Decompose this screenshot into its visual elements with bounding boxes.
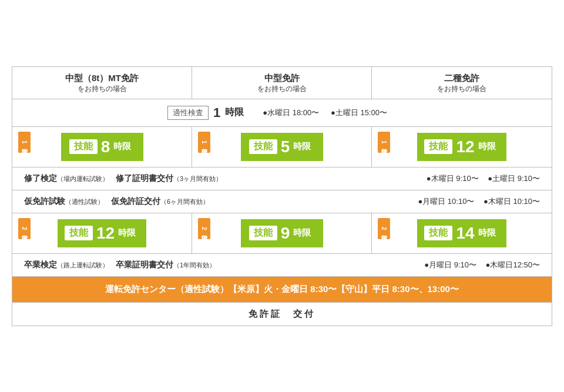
aptitude-hours: 1 — [213, 105, 220, 120]
graduation-schedule: ●月曜日 9:10〜 ●木曜日12:50〜 — [417, 260, 540, 270]
aptitude-badge: 適性検査 — [167, 106, 209, 120]
provisional-license-row: 仮免許試験（適性試験） 仮免許証交付（6ヶ月間有効） ●月曜日 10:10〜 ●… — [12, 190, 552, 213]
header-col1-main: 中型（8t）MT免許 — [65, 73, 139, 83]
stage2-badge-3: 2段階 — [378, 218, 390, 239]
stage1-hours-1: 8 — [101, 138, 110, 156]
license-center-row: 運転免許センター（適性試験）【米原】火・金曜日 8:30〜【守山】平日 8:30… — [12, 277, 552, 303]
stage1-unit-2: 時限 — [293, 141, 311, 152]
stage2-badge-1: 2段階 — [18, 218, 31, 239]
graduation-cert: 卒業証明書交付（1年間有効） — [116, 260, 216, 270]
stage1-label-1: 技能 — [69, 139, 98, 154]
stage1-unit-1: 時限 — [113, 141, 131, 152]
main-table: 中型（8t）MT免許 をお持ちの場合 中型免許 をお持ちの場合 二種免許 をお持… — [12, 66, 552, 326]
stage2-hours-3: 14 — [456, 224, 474, 243]
stage1-cell-1: 1段階 技能 8 時限 — [12, 127, 192, 167]
stage2-inner-3: 技能 14 時限 — [417, 219, 506, 247]
completion-schedule1: ●木曜日 9:10〜 — [427, 174, 479, 183]
final-text: 免許証 交付 — [249, 309, 315, 319]
aptitude-schedule: ●水曜日 18:00〜 ●土曜日 15:00〜 — [263, 108, 397, 118]
stage1-skill-row: 1段階 技能 8 時限 1段階 技能 5 時限 1段階 技能 12 時限 — [12, 127, 552, 167]
header-col1-sub: をお持ちの場合 — [17, 84, 187, 94]
stage2-unit-2: 時限 — [293, 227, 311, 239]
graduation-test-row: 卒業検定（路上運転試験） 卒業証明書交付（1年間有効） ●月曜日 9:10〜 ●… — [12, 254, 552, 277]
graduation-schedule1: ●月曜日 9:10〜 — [424, 260, 476, 269]
stage2-cell-1: 2段階 技能 12 時限 — [12, 213, 192, 253]
stage1-badge-2: 1段階 — [198, 132, 210, 153]
stage2-unit-1: 時限 — [118, 227, 136, 239]
provisional-schedule1: ●月曜日 10:10〜 — [418, 197, 474, 206]
stage2-label-1: 技能 — [65, 226, 93, 240]
license-center-text: 運転免許センター（適性試験）【米原】火・金曜日 8:30〜【守山】平日 8:30… — [105, 284, 459, 294]
aptitude-row: 適性検査 1 時限 ●水曜日 18:00〜 ●土曜日 15:00〜 — [12, 99, 552, 127]
stage2-hours-1: 12 — [96, 224, 115, 243]
stage1-cell-2: 1段階 技能 5 時限 — [192, 127, 372, 167]
completion-test-row: 修了検定（場内運転試験） 修了証明書交付（3ヶ月間有効） ●木曜日 9:10〜 … — [12, 167, 552, 190]
provisional-schedule: ●月曜日 10:10〜 ●木曜日 10:10〜 — [411, 196, 540, 207]
header-col3: 二種免許 をお持ちの場合 — [372, 67, 552, 99]
completion-test-main: 修了検定（場内運転試験） — [24, 173, 109, 184]
completion-schedule2: ●土曜日 9:10〜 — [488, 174, 540, 183]
aptitude-schedule1: ●水曜日 18:00〜 — [263, 108, 319, 117]
stage2-hours-2: 9 — [281, 224, 290, 243]
graduation-main: 卒業検定（路上運転試験） — [24, 260, 109, 270]
header-col2-sub: をお持ちの場合 — [197, 84, 367, 94]
stage2-badge-2: 2段階 — [198, 218, 210, 239]
final-row: 免許証 交付 — [12, 303, 552, 326]
provisional-schedule2: ●木曜日 10:10〜 — [484, 197, 540, 206]
stage1-inner-2: 技能 5 時限 — [241, 133, 323, 161]
stage1-label-2: 技能 — [249, 139, 277, 154]
stage1-unit-3: 時限 — [478, 141, 496, 152]
stage1-inner-1: 技能 8 時限 — [61, 133, 143, 161]
stage1-label-3: 技能 — [424, 139, 452, 154]
stage2-skill-row: 2段階 技能 12 時限 2段階 技能 9 時限 2段階 技能 14 時限 — [12, 213, 552, 254]
aptitude-unit: 時限 — [225, 106, 244, 119]
stage2-label-3: 技能 — [424, 226, 452, 240]
stage2-unit-3: 時限 — [478, 227, 496, 239]
header-row: 中型（8t）MT免許 をお持ちの場合 中型免許 をお持ちの場合 二種免許 をお持… — [12, 67, 552, 99]
header-col1: 中型（8t）MT免許 をお持ちの場合 — [12, 67, 192, 99]
stage2-cell-2: 2段階 技能 9 時限 — [192, 213, 372, 253]
stage1-cell-3: 1段階 技能 12 時限 — [372, 127, 552, 167]
graduation-schedule2: ●木曜日12:50〜 — [486, 260, 540, 269]
stage2-inner-1: 技能 12 時限 — [58, 219, 146, 247]
header-col3-sub: をお持ちの場合 — [377, 84, 547, 94]
stage2-label-2: 技能 — [249, 226, 277, 240]
stage1-badge-1: 1段階 — [18, 132, 31, 153]
stage2-inner-2: 技能 9 時限 — [241, 219, 323, 247]
completion-schedule: ●木曜日 9:10〜 ●土曜日 9:10〜 — [419, 173, 540, 184]
stage1-hours-3: 12 — [456, 138, 474, 156]
header-col3-main: 二種免許 — [444, 73, 479, 83]
header-col2: 中型免許 をお持ちの場合 — [192, 67, 372, 99]
stage1-badge-3: 1段階 — [378, 132, 390, 153]
header-col2-main: 中型免許 — [264, 73, 300, 83]
provisional-main: 仮免許試験（適性試験） — [24, 196, 104, 207]
aptitude-schedule2: ●土曜日 15:00〜 — [331, 108, 387, 117]
stage1-inner-3: 技能 12 時限 — [417, 133, 506, 161]
completion-cert: 修了証明書交付（3ヶ月間有効） — [116, 173, 222, 184]
stage2-cell-3: 2段階 技能 14 時限 — [372, 213, 552, 253]
provisional-cert: 仮免許証交付（6ヶ月間有効） — [111, 196, 209, 207]
stage1-hours-2: 5 — [281, 138, 290, 156]
